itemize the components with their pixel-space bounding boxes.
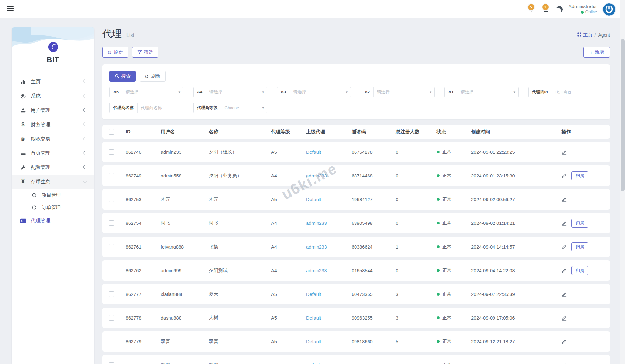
edit-button[interactable] <box>561 220 567 226</box>
filter-field-label: A1 <box>445 87 457 97</box>
edit-button[interactable] <box>561 244 567 249</box>
filter-field-label: 代理商等级 <box>194 103 221 113</box>
filter-select-A3[interactable]: 请选择▾ <box>290 87 351 97</box>
filter-select-代理商等级[interactable]: Choose▾ <box>221 103 267 113</box>
filter-input-代理商Id[interactable] <box>552 87 602 97</box>
table-row: 862779 双喜 双喜 A5 Default 09818660 5 正常 20… <box>102 331 610 352</box>
edit-button[interactable] <box>561 149 567 155</box>
search-button[interactable]: 搜索 <box>109 71 136 82</box>
chevron-down-icon: ▾ <box>262 106 264 110</box>
row-checkbox[interactable] <box>109 244 114 249</box>
filter-input-代理商名称[interactable] <box>138 103 183 113</box>
main-content: 代理 List 主页 / Agent ↻ 刷新 筛选 + <box>102 27 610 364</box>
select-placeholder: 请选择 <box>126 89 138 95</box>
sidebar-item-配置管理[interactable]: 配置管理 <box>12 160 94 175</box>
cell-id: 862779 <box>126 339 161 344</box>
cell-parent-agent-link[interactable]: admin233 <box>306 244 327 249</box>
breadcrumb-home-link[interactable]: 主页 <box>577 32 593 38</box>
filter-select-A5[interactable]: 请选择▾ <box>122 87 183 97</box>
select-all-checkbox[interactable] <box>109 129 114 135</box>
edit-button[interactable] <box>561 291 567 297</box>
user-avatar[interactable] <box>603 3 615 16</box>
reset-button[interactable]: ↺ 刷新 <box>140 71 166 82</box>
status-dot <box>437 151 440 153</box>
edit-button[interactable] <box>561 268 567 273</box>
filter-field-代理商名称: 代理商名称 <box>109 103 183 113</box>
assign-button[interactable]: 归属 <box>571 266 588 275</box>
row-checkbox[interactable] <box>109 268 114 273</box>
edit-button[interactable] <box>561 197 567 202</box>
cell-invite-code: 68714468 <box>352 173 396 178</box>
menu-toggle-icon[interactable] <box>7 6 14 12</box>
assign-button[interactable]: 归属 <box>571 219 588 228</box>
online-status-label: Online <box>585 10 597 15</box>
status-label: 正常 <box>442 220 452 226</box>
row-checkbox[interactable] <box>109 339 114 344</box>
sidebar-item-存币生息[interactable]: ¥存币生息 <box>12 175 94 189</box>
filter-button[interactable]: 筛选 <box>132 47 158 58</box>
admin-page: 5 1 Administrator Online BIT 主页系统用户管理$财务… <box>0 0 625 364</box>
filter-select-A1[interactable]: 请选择▾ <box>457 87 518 97</box>
edit-button[interactable] <box>561 362 567 364</box>
filter-select-A4[interactable]: 请选择▾ <box>206 87 267 97</box>
cell-parent-agent-link[interactable]: admin233 <box>306 221 327 226</box>
filter-select-A2[interactable]: 请选择▾ <box>374 87 434 97</box>
cell-created-at: 2024-09-02 01:14:21 <box>471 221 561 226</box>
cell-parent-agent-link[interactable]: Default <box>306 150 321 155</box>
row-checkbox[interactable] <box>109 197 114 202</box>
row-checkbox[interactable] <box>109 362 114 364</box>
edit-button[interactable] <box>561 339 567 344</box>
cell-parent-agent-link[interactable]: Default <box>306 292 321 297</box>
table-row: 862762 admin999 夕阳测试 A4 admin233 0165854… <box>102 260 610 281</box>
cell-parent-agent-link[interactable]: admin233 <box>306 173 327 178</box>
wrench-icon <box>19 165 27 170</box>
sidebar-item-期权交易[interactable]: ฿期权交易 <box>12 132 94 146</box>
table-row: 862753 木匠 木匠 A5 Default 19684127 0 正常 20… <box>102 189 610 210</box>
cell-total-registered: 1 <box>396 244 437 249</box>
cell-parent-agent-link[interactable]: Default <box>306 363 321 364</box>
edit-button[interactable] <box>561 173 567 178</box>
row-checkbox[interactable] <box>109 291 114 297</box>
cell-total-registered: 0 <box>396 268 437 273</box>
dark-mode-toggle-icon[interactable] <box>555 5 563 13</box>
scrollbar-thumb[interactable] <box>621 39 625 191</box>
id-card-icon <box>19 218 27 223</box>
user-name: Administrator <box>569 4 597 10</box>
cell-parent-agent-link[interactable]: Default <box>306 197 321 202</box>
sidebar-item-首页管理[interactable]: 首页管理 <box>12 146 94 160</box>
sidebar-item-主页[interactable]: 主页 <box>12 75 94 89</box>
user-info: Administrator Online <box>569 4 597 15</box>
refresh-button[interactable]: ↻ 刷新 <box>102 47 128 58</box>
page-scrollbar[interactable] <box>620 0 625 364</box>
add-button[interactable]: + 新增 <box>583 47 610 58</box>
row-checkbox[interactable] <box>109 315 114 321</box>
sidebar-item-代理管理[interactable]: 代理管理 <box>12 213 94 228</box>
select-placeholder: 请选择 <box>293 89 306 95</box>
cell-created-at: 2024-09-09 17:05:06 <box>471 315 561 321</box>
row-checkbox[interactable] <box>109 149 114 155</box>
brand: BIT <box>12 42 94 64</box>
message-indicator-icon[interactable]: 1 <box>542 5 550 14</box>
row-checkbox[interactable] <box>109 220 114 226</box>
filter-field-A1: A1请选择▾ <box>444 87 519 97</box>
cell-parent-agent-link[interactable]: admin233 <box>306 268 327 273</box>
select-placeholder: 请选择 <box>209 89 222 95</box>
sidebar-item-用户管理[interactable]: 用户管理 <box>12 103 94 117</box>
filter-panel: 搜索 ↺ 刷新 A5请选择▾A4请选择▾A3请选择▾A2请选择▾A1请选择▾代理… <box>102 64 610 119</box>
topbar: 5 1 Administrator Online <box>0 0 625 18</box>
sidebar-item-系统[interactable]: 系统 <box>12 89 94 103</box>
cell-parent-agent-link[interactable]: Default <box>306 339 321 344</box>
cell-name: 夕阳（组长） <box>209 149 271 155</box>
chevron-left-icon <box>83 151 86 154</box>
row-checkbox[interactable] <box>109 173 114 178</box>
sidebar-item-财务管理[interactable]: $财务管理 <box>12 117 94 132</box>
sidebar-item-订单管理[interactable]: 订单管理 <box>12 201 94 213</box>
sidebar-item-项目管理[interactable]: 项目管理 <box>12 189 94 201</box>
cell-parent-agent-link[interactable]: Default <box>306 315 321 321</box>
assign-button[interactable]: 归属 <box>571 171 588 180</box>
edit-button[interactable] <box>561 315 567 321</box>
assign-button[interactable]: 归属 <box>571 242 588 251</box>
notification-bell-icon[interactable]: 5 <box>528 5 536 14</box>
cell-created-at: 2024-09-04 14:14:57 <box>471 244 561 249</box>
cell-agent-level: A5 <box>271 363 306 364</box>
